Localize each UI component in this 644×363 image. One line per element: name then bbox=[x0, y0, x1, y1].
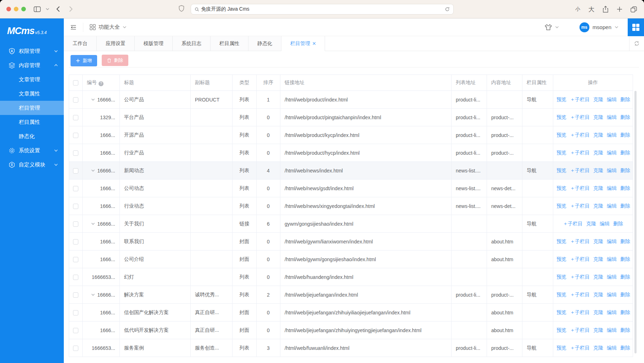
action-link[interactable]: 删除 bbox=[620, 309, 630, 315]
minimize-window-button[interactable] bbox=[14, 7, 18, 11]
action-link[interactable]: 删除 bbox=[620, 97, 630, 102]
font-smaller-button[interactable]: 小 bbox=[575, 6, 580, 12]
row-checkbox[interactable] bbox=[73, 328, 78, 333]
action-link[interactable]: 克隆 bbox=[586, 221, 596, 226]
delete-button[interactable]: 删除 bbox=[102, 55, 128, 66]
action-link[interactable]: 删除 bbox=[620, 185, 630, 191]
sidebar-subitem[interactable]: 静态化 bbox=[0, 129, 64, 143]
action-link[interactable]: ＋子栏目 bbox=[570, 256, 590, 262]
action-link[interactable]: ＋子栏目 bbox=[570, 167, 590, 173]
reload-icon[interactable] bbox=[445, 7, 450, 12]
row-checkbox[interactable] bbox=[73, 346, 78, 351]
action-link[interactable]: ＋子栏目 bbox=[570, 114, 590, 120]
tab-item[interactable]: 静态化 bbox=[248, 36, 281, 51]
row-checkbox[interactable] bbox=[73, 133, 78, 138]
tab-item[interactable]: 模版管理 bbox=[135, 36, 173, 51]
action-link[interactable]: 编辑 bbox=[600, 221, 610, 226]
vertical-scrollbar[interactable] bbox=[634, 91, 637, 353]
action-link[interactable]: ＋子栏目 bbox=[570, 97, 590, 102]
tab-item[interactable]: 栏目属性 bbox=[211, 36, 248, 51]
select-all-checkbox[interactable] bbox=[73, 80, 78, 86]
action-link[interactable]: 删除 bbox=[620, 167, 630, 173]
sidebar-item-layers[interactable]: 内容管理 bbox=[0, 58, 64, 72]
action-link[interactable]: 克隆 bbox=[593, 203, 603, 209]
sidebar-subitem[interactable]: 栏目属性 bbox=[0, 115, 64, 129]
row-checkbox[interactable] bbox=[73, 168, 78, 174]
action-link[interactable]: 克隆 bbox=[593, 97, 603, 102]
expand-row-icon[interactable] bbox=[91, 169, 95, 172]
action-link[interactable]: 克隆 bbox=[593, 150, 603, 155]
action-link[interactable]: 编辑 bbox=[607, 238, 617, 244]
action-link[interactable]: 编辑 bbox=[607, 292, 617, 297]
refresh-tab-button[interactable] bbox=[629, 36, 644, 51]
row-checkbox[interactable] bbox=[73, 292, 78, 298]
sidebar-subitem[interactable]: 文章属性 bbox=[0, 87, 64, 101]
font-larger-button[interactable]: 大 bbox=[588, 5, 594, 13]
action-link[interactable]: ＋子栏目 bbox=[570, 274, 590, 280]
action-link[interactable]: 编辑 bbox=[607, 132, 617, 138]
sidebar-collapse-icon[interactable] bbox=[70, 24, 77, 31]
action-link[interactable]: 预览 bbox=[556, 185, 566, 191]
action-link[interactable]: 预览 bbox=[556, 292, 566, 297]
user-menu[interactable]: ms msopen bbox=[579, 22, 618, 32]
action-link[interactable]: ＋子栏目 bbox=[570, 150, 590, 155]
action-link[interactable]: 预览 bbox=[556, 256, 566, 262]
action-link[interactable]: 删除 bbox=[620, 150, 630, 155]
new-tab-icon[interactable] bbox=[617, 6, 622, 12]
expand-row-icon[interactable] bbox=[91, 98, 95, 101]
expand-row-icon[interactable] bbox=[91, 293, 95, 297]
action-link[interactable]: 删除 bbox=[620, 238, 630, 244]
action-link[interactable]: ＋子栏目 bbox=[570, 345, 590, 351]
share-icon[interactable] bbox=[603, 6, 609, 13]
address-bar[interactable]: 免疫开源的 Java Cms bbox=[191, 4, 454, 15]
forward-button[interactable] bbox=[69, 6, 73, 12]
add-button[interactable]: 新增 bbox=[71, 55, 97, 66]
action-link[interactable]: 编辑 bbox=[607, 256, 617, 262]
action-link[interactable]: ＋子栏目 bbox=[570, 327, 590, 333]
action-link[interactable]: ＋子栏目 bbox=[570, 292, 590, 297]
row-checkbox[interactable] bbox=[73, 275, 78, 280]
sidebar-subitem[interactable]: 文章管理 bbox=[0, 72, 64, 87]
action-link[interactable]: 删除 bbox=[620, 327, 630, 333]
close-tab-icon[interactable] bbox=[313, 42, 316, 45]
action-link[interactable]: 预览 bbox=[556, 167, 566, 173]
action-link[interactable]: 预览 bbox=[556, 238, 566, 244]
action-link[interactable]: 克隆 bbox=[593, 309, 603, 315]
sidebar-subitem[interactable]: 栏目管理 bbox=[0, 101, 64, 115]
row-checkbox[interactable] bbox=[73, 186, 78, 191]
chevron-down-icon[interactable] bbox=[46, 8, 49, 10]
action-link[interactable]: 删除 bbox=[620, 292, 630, 297]
action-link[interactable]: 编辑 bbox=[607, 114, 617, 120]
browser-sidebar-toggle-icon[interactable] bbox=[34, 6, 41, 12]
row-checkbox[interactable] bbox=[73, 115, 78, 120]
action-link[interactable]: 编辑 bbox=[607, 309, 617, 315]
action-link[interactable]: 删除 bbox=[620, 203, 630, 209]
app-menu-dropdown[interactable]: 功能大全 bbox=[90, 24, 127, 31]
action-link[interactable]: 删除 bbox=[620, 132, 630, 138]
tab-item[interactable]: 工作台 bbox=[64, 36, 97, 51]
action-link[interactable]: 编辑 bbox=[607, 345, 617, 351]
action-link[interactable]: 克隆 bbox=[593, 327, 603, 333]
row-checkbox[interactable] bbox=[73, 310, 78, 315]
action-link[interactable]: 编辑 bbox=[607, 274, 617, 280]
action-link[interactable]: 克隆 bbox=[593, 132, 603, 138]
action-link[interactable]: 克隆 bbox=[593, 185, 603, 191]
sidebar-item-gear[interactable]: 系统设置 bbox=[0, 143, 64, 158]
action-link[interactable]: ＋子栏目 bbox=[570, 185, 590, 191]
action-link[interactable]: 预览 bbox=[556, 150, 566, 155]
action-link[interactable]: 删除 bbox=[620, 274, 630, 280]
tab-item[interactable]: 栏目管理 bbox=[281, 36, 325, 51]
action-link[interactable]: 预览 bbox=[556, 132, 566, 138]
action-link[interactable]: 删除 bbox=[620, 256, 630, 262]
row-checkbox[interactable] bbox=[73, 239, 78, 244]
help-icon[interactable] bbox=[99, 81, 103, 86]
theme-dropdown[interactable] bbox=[544, 24, 559, 31]
action-link[interactable]: ＋子栏目 bbox=[570, 238, 590, 244]
privacy-shield-icon[interactable] bbox=[179, 5, 184, 12]
action-link[interactable]: 删除 bbox=[613, 221, 623, 226]
sidebar-item-shield[interactable]: 权限管理 bbox=[0, 44, 64, 58]
close-window-button[interactable] bbox=[6, 7, 11, 11]
action-link[interactable]: ＋子栏目 bbox=[570, 203, 590, 209]
row-checkbox[interactable] bbox=[73, 97, 78, 103]
tab-item[interactable]: 系统日志 bbox=[173, 36, 211, 51]
